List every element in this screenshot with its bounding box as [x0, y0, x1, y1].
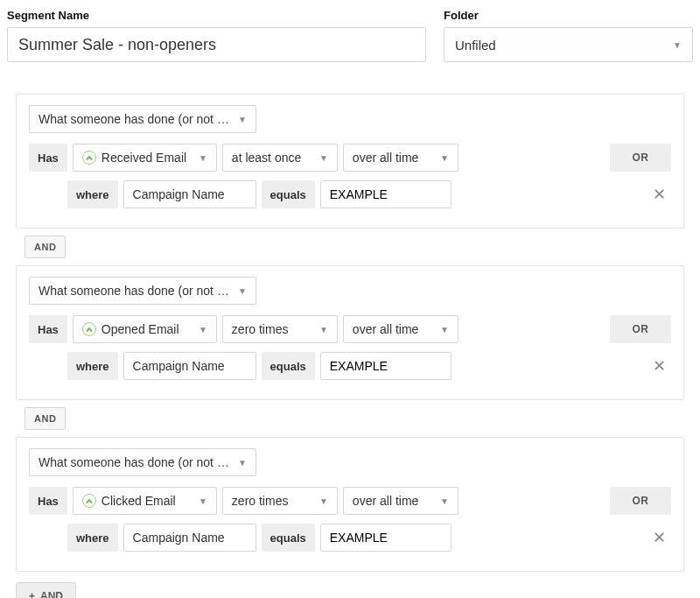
time-select[interactable]: over all time ▼ [343, 144, 458, 172]
or-button[interactable]: OR [610, 487, 671, 515]
chevron-down-icon: ▼ [319, 325, 328, 334]
folder-select[interactable]: Unfiled ▼ [444, 27, 693, 62]
plus-icon: + [29, 590, 35, 598]
chevron-down-icon: ▼ [199, 153, 207, 163]
condition-type-value: What someone has done (or not d… [38, 455, 231, 469]
and-join-chip: AND [24, 407, 66, 430]
event-value: Received Email [102, 151, 192, 165]
folder-select-value: Unfiled [455, 38, 666, 53]
chevron-down-icon: ▼ [673, 40, 682, 50]
condition-type-value: What someone has done (or not d… [38, 112, 231, 126]
chevron-down-icon: ▼ [440, 496, 449, 506]
chevron-down-icon: ▼ [440, 325, 449, 334]
filter-value-input[interactable] [320, 524, 452, 552]
count-select[interactable]: zero times ▼ [222, 315, 338, 343]
or-button[interactable]: OR [610, 144, 671, 172]
filter-field-select[interactable]: Campaign Name [123, 180, 256, 208]
email-icon [82, 494, 96, 508]
add-and-button[interactable]: + AND [16, 582, 76, 598]
segment-name-label: Segment Name [7, 9, 426, 22]
chevron-down-icon: ▼ [319, 496, 328, 506]
email-icon [82, 151, 96, 165]
filter-field-value: Campaign Name [133, 187, 247, 201]
event-select[interactable]: Opened Email ▼ [73, 315, 217, 343]
condition-type-value: What someone has done (or not d… [38, 284, 231, 298]
chevron-down-icon: ▼ [199, 325, 207, 334]
chevron-down-icon: ▼ [238, 286, 247, 296]
chevron-down-icon: ▼ [319, 153, 328, 163]
chevron-down-icon: ▼ [238, 115, 247, 124]
email-icon [82, 322, 96, 336]
filter-value-input[interactable] [320, 180, 452, 208]
event-value: Opened Email [102, 322, 192, 336]
condition-type-select[interactable]: What someone has done (or not d… ▼ [29, 277, 256, 305]
count-select[interactable]: at least once ▼ [222, 144, 338, 172]
segment-name-input[interactable] [7, 27, 426, 62]
filter-field-value: Campaign Name [133, 359, 247, 373]
close-icon[interactable]: ✕ [648, 185, 671, 204]
where-chip: where [67, 352, 118, 380]
time-value: over all time [353, 494, 433, 508]
has-chip: Has [29, 487, 67, 515]
event-value: Clicked Email [102, 494, 192, 508]
add-and-label: AND [40, 590, 63, 598]
equals-chip: equals [262, 180, 315, 208]
condition-group: What someone has done (or not d… ▼ Has C… [16, 437, 684, 572]
filter-field-select[interactable]: Campaign Name [123, 524, 256, 552]
where-chip: where [67, 180, 118, 208]
time-value: over all time [353, 151, 433, 165]
time-select[interactable]: over all time ▼ [343, 315, 458, 343]
count-select[interactable]: zero times ▼ [222, 487, 338, 515]
count-value: at least once [232, 151, 312, 165]
close-icon[interactable]: ✕ [648, 528, 671, 547]
event-select[interactable]: Received Email ▼ [73, 144, 217, 172]
condition-group: What someone has done (or not d… ▼ Has R… [16, 94, 684, 229]
filter-field-value: Campaign Name [133, 531, 247, 545]
time-value: over all time [353, 322, 433, 336]
count-value: zero times [232, 322, 312, 336]
chevron-down-icon: ▼ [238, 458, 247, 468]
has-chip: Has [29, 144, 67, 172]
chevron-down-icon: ▼ [440, 153, 449, 163]
count-value: zero times [232, 494, 312, 508]
time-select[interactable]: over all time ▼ [343, 487, 458, 515]
event-select[interactable]: Clicked Email ▼ [73, 487, 217, 515]
condition-type-select[interactable]: What someone has done (or not d… ▼ [29, 105, 256, 133]
condition-group: What someone has done (or not d… ▼ Has O… [16, 265, 684, 400]
filter-value-input[interactable] [320, 352, 452, 380]
chevron-down-icon: ▼ [199, 496, 207, 506]
and-join-chip: AND [24, 236, 66, 258]
equals-chip: equals [262, 524, 315, 552]
folder-label: Folder [444, 9, 693, 22]
filter-field-select[interactable]: Campaign Name [123, 352, 256, 380]
equals-chip: equals [262, 352, 315, 380]
condition-type-select[interactable]: What someone has done (or not d… ▼ [29, 448, 256, 476]
where-chip: where [67, 524, 118, 552]
close-icon[interactable]: ✕ [648, 356, 671, 376]
or-button[interactable]: OR [610, 315, 671, 343]
has-chip: Has [29, 315, 67, 343]
